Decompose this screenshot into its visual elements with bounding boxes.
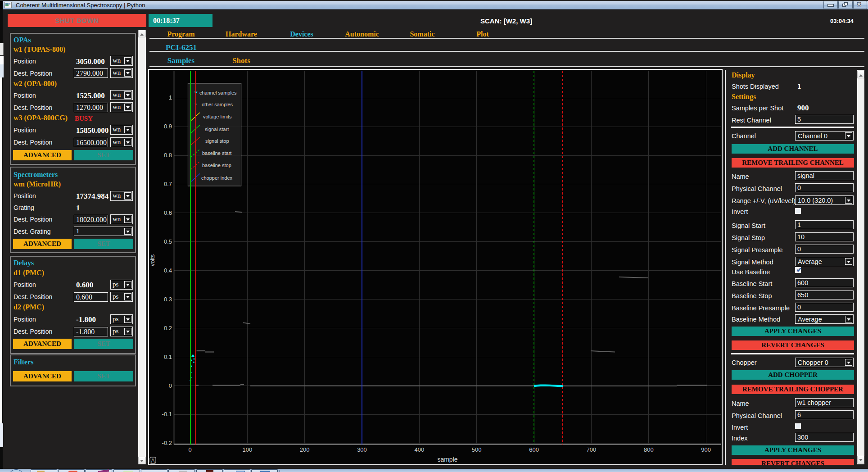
svg-text:chopper index: chopper index	[201, 175, 233, 181]
svg-text:400: 400	[415, 446, 425, 453]
svg-text:A: A	[151, 458, 154, 464]
svg-text:0.4: 0.4	[164, 267, 172, 274]
svg-text:0.6: 0.6	[164, 209, 172, 216]
svg-text:0.1: 0.1	[164, 354, 172, 360]
svg-text:other samples: other samples	[202, 102, 233, 107]
svg-text:0.2: 0.2	[164, 325, 172, 331]
svg-text:volts: volts	[149, 254, 156, 266]
svg-text:sample: sample	[437, 456, 457, 463]
svg-text:700: 700	[587, 446, 597, 453]
svg-text:baseline start: baseline start	[202, 150, 231, 156]
svg-text:signal start: signal start	[205, 127, 229, 132]
svg-text:0.9: 0.9	[164, 123, 172, 130]
svg-text:800: 800	[644, 446, 654, 453]
svg-text:channel samples: channel samples	[199, 90, 237, 95]
svg-text:300: 300	[357, 446, 367, 453]
svg-text:1: 1	[169, 94, 172, 101]
svg-text:0: 0	[188, 446, 191, 453]
svg-text:0.3: 0.3	[164, 296, 172, 303]
svg-text:0.8: 0.8	[164, 152, 172, 159]
svg-text:0: 0	[169, 382, 172, 389]
svg-text:900: 900	[701, 446, 711, 453]
svg-text:200: 200	[300, 446, 310, 453]
svg-text:0.7: 0.7	[164, 181, 172, 187]
svg-text:500: 500	[472, 446, 482, 453]
svg-text:100: 100	[242, 446, 252, 453]
svg-text:signal stop: signal stop	[205, 138, 229, 144]
svg-text:-0.2: -0.2	[162, 440, 172, 446]
svg-text:600: 600	[529, 446, 539, 453]
svg-text:baseline stop: baseline stop	[202, 163, 231, 168]
svg-text:-0.1: -0.1	[162, 411, 172, 418]
svg-text:voltage limits: voltage limits	[203, 114, 232, 119]
svg-text:0.5: 0.5	[164, 238, 172, 245]
